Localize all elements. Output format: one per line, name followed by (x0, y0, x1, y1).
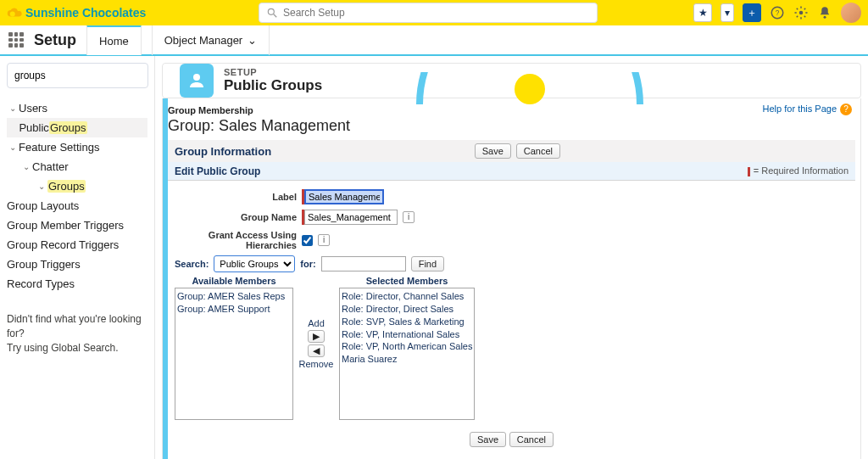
edit-section-title: Edit Public Group (175, 165, 260, 177)
help-link-label: Help for this Page (763, 104, 837, 114)
remove-button[interactable]: ◀ (308, 344, 325, 357)
content-stripe (163, 98, 168, 459)
list-item[interactable]: Role: Director, Channel Sales (342, 290, 472, 303)
available-label: Available Members (175, 276, 293, 286)
tree-group-layouts-label: Group Layouts (7, 199, 79, 212)
tab-object-manager-label: Object Manager (164, 34, 243, 47)
list-item[interactable]: Group: AMER Sales Reps (177, 290, 291, 303)
tree-chatter-label: Chatter (32, 160, 69, 173)
global-search[interactable] (259, 3, 598, 23)
list-item[interactable]: Role: SVP, Sales & Marketing (342, 316, 472, 328)
tree-group-member-triggers[interactable]: Group Member Triggers (7, 216, 147, 235)
group-membership-label: Group Membership (168, 105, 855, 117)
remove-label: Remove (299, 359, 334, 369)
for-label: for: (300, 259, 315, 269)
svg-point-0 (10, 12, 15, 17)
app-name: Setup (34, 31, 76, 49)
tree-grt-label: Group Record Triggers (7, 238, 119, 251)
save-button-bottom[interactable]: Save (470, 432, 506, 447)
info-icon[interactable]: i (403, 211, 415, 223)
label-label: Label (175, 192, 302, 202)
group-name-label: Group Name (175, 212, 302, 222)
svg-point-6 (824, 16, 826, 19)
add-button[interactable]: ▶ (308, 330, 325, 343)
tree-group-layouts[interactable]: Group Layouts (7, 196, 147, 216)
avatar[interactable] (841, 3, 861, 23)
favorites-dropdown[interactable]: ▾ (721, 3, 734, 22)
required-note: = Required Information (748, 165, 849, 176)
add-label: Add (308, 318, 325, 328)
tree-gt-label: Group Triggers (7, 258, 81, 271)
tree-gmt-label: Group Member Triggers (7, 219, 124, 232)
tree-record-types[interactable]: Record Types (7, 274, 147, 294)
tree-rt-label: Record Types (7, 277, 75, 290)
search-scope-select[interactable]: Public Groups (214, 255, 295, 272)
cancel-button-top[interactable]: Cancel (516, 143, 560, 159)
sidebar-foot-line1: Didn't find what you're looking for? (7, 312, 147, 341)
hero-setup-label: SETUP (224, 67, 322, 77)
setup-search-input[interactable] (14, 70, 142, 81)
page-title: Public Groups (224, 77, 322, 94)
tree-public-groups[interactable]: Public Groups (7, 118, 147, 137)
chevron-down-icon: ⌄ (248, 34, 257, 47)
brand: Sunshine Chocolates (7, 5, 146, 20)
list-item[interactable]: Maria Suarez (342, 353, 472, 366)
setup-search[interactable] (7, 63, 148, 88)
tree-users-label: Users (19, 102, 47, 115)
gear-icon[interactable] (793, 5, 809, 20)
selected-members-list[interactable]: Role: Director, Channel SalesRole: Direc… (339, 288, 475, 420)
chevron-down-icon: ⌄ (20, 162, 32, 171)
info-icon[interactable]: i (318, 234, 330, 246)
cloud-icon (7, 5, 22, 20)
grant-label: Grant Access Using Hierarchies (175, 230, 302, 250)
tab-home[interactable]: Home (86, 25, 142, 55)
label-input[interactable] (304, 189, 384, 204)
tree-public-groups-prefix: Public (19, 121, 48, 134)
chevron-down-icon: ⌄ (7, 143, 19, 152)
available-members-list[interactable]: Group: AMER Sales RepsGroup: AMER Suppor… (175, 288, 293, 420)
favorites-star[interactable]: ★ (693, 3, 712, 22)
sidebar-foot-line2: Try using Global Search. (7, 341, 147, 355)
search-icon (266, 7, 278, 19)
tree-group-triggers[interactable]: Group Triggers (7, 255, 147, 274)
group-title: Group: Sales Management (168, 117, 855, 135)
global-actions[interactable]: ＋ (743, 3, 761, 22)
user-icon (180, 64, 214, 98)
tree-chatter[interactable]: ⌄Chatter (7, 157, 147, 176)
sidebar-footer: Didn't find what you're looking for? Try… (7, 312, 147, 355)
group-name-input[interactable] (304, 210, 398, 225)
svg-point-1 (268, 8, 274, 14)
grant-checkbox[interactable] (302, 235, 313, 246)
svg-text:?: ? (776, 9, 780, 17)
tree-feature-label: Feature Settings (19, 141, 99, 154)
tree-groups[interactable]: ⌄Groups (7, 176, 147, 196)
cancel-button-bottom[interactable]: Cancel (509, 432, 554, 447)
list-item[interactable]: Role: VP, International Sales (342, 328, 472, 341)
list-item[interactable]: Role: VP, North American Sales (342, 340, 472, 353)
tree-group-record-triggers[interactable]: Group Record Triggers (7, 235, 147, 255)
help-icon[interactable]: ? (770, 5, 785, 20)
tab-object-manager[interactable]: Object Manager⌄ (152, 25, 270, 55)
help-icon: ? (840, 104, 852, 115)
chevron-down-icon: ⌄ (36, 182, 47, 191)
required-note-text: = Required Information (754, 165, 849, 176)
list-item[interactable]: Role: Director, Direct Sales (342, 303, 472, 316)
section-title: Group Information (175, 145, 271, 158)
list-item[interactable]: Group: AMER Support (177, 303, 291, 316)
tab-home-label: Home (99, 35, 129, 48)
selected-label: Selected Members (339, 276, 475, 286)
tree-feature-settings[interactable]: ⌄Feature Settings (7, 137, 147, 157)
search-for-input[interactable] (321, 256, 406, 271)
help-link[interactable]: Help for this Page? (763, 104, 852, 115)
svg-point-9 (193, 74, 200, 81)
app-launcher-icon[interactable] (8, 32, 24, 48)
tree-groups-label: Groups (47, 180, 86, 193)
save-button-top[interactable]: Save (475, 143, 511, 159)
chevron-down-icon: ⌄ (7, 104, 19, 113)
bell-icon[interactable] (817, 5, 832, 20)
find-button[interactable]: Find (411, 256, 444, 271)
tree-users[interactable]: ⌄Users (7, 98, 147, 118)
global-search-input[interactable] (283, 7, 590, 19)
svg-point-5 (799, 11, 804, 15)
tree-public-groups-hl: Groups (49, 121, 87, 134)
